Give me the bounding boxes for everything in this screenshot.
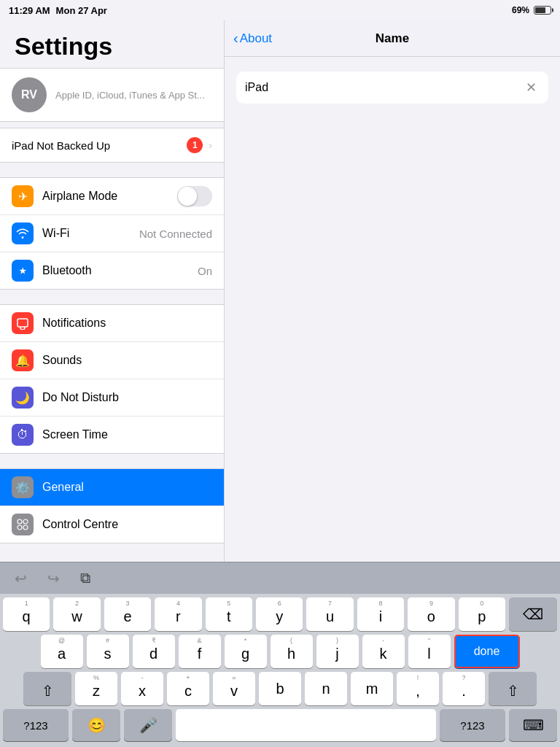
sidebar-item-sounds[interactable]: 🔔 Sounds xyxy=(0,342,224,379)
svg-point-3 xyxy=(18,525,22,530)
key-s[interactable]: # s xyxy=(87,635,129,668)
status-date: Mon 27 Apr xyxy=(56,5,107,16)
do-not-disturb-icon: 🌙 xyxy=(12,387,34,409)
sidebar-item-do-not-disturb[interactable]: 🌙 Do Not Disturb xyxy=(0,379,224,417)
key-i[interactable]: 8 i xyxy=(357,597,404,631)
key-u[interactable]: 7 u xyxy=(306,597,353,631)
wifi-value: Not Connected xyxy=(139,228,212,240)
backup-label: iPad Not Backed Up xyxy=(12,139,110,152)
general-label: General xyxy=(42,481,212,494)
airplane-mode-label: Airplane Mode xyxy=(42,190,177,203)
settings-group-general: ⚙️ General Control Centre xyxy=(0,468,224,543)
clear-button[interactable]: ✕ xyxy=(523,77,540,98)
svg-rect-0 xyxy=(18,319,28,327)
sidebar-item-general[interactable]: ⚙️ General xyxy=(0,469,224,506)
general-icon: ⚙️ xyxy=(12,476,34,498)
key-h[interactable]: ( h xyxy=(271,635,313,668)
right-content xyxy=(225,118,560,562)
svg-point-2 xyxy=(23,519,28,524)
key-j[interactable]: ) j xyxy=(316,635,359,668)
key-comma[interactable]: ! , xyxy=(397,672,439,705)
sidebar-item-screen-time[interactable]: ⏱ Screen Time xyxy=(0,417,224,453)
bluetooth-value: On xyxy=(198,265,212,277)
notifications-icon xyxy=(12,312,34,334)
battery-percent: 69% xyxy=(512,5,529,15)
svg-point-4 xyxy=(23,525,28,530)
key-n[interactable]: n xyxy=(305,672,347,705)
sidebar-title: Settings xyxy=(0,20,224,68)
sounds-label: Sounds xyxy=(42,354,212,367)
key-o[interactable]: 9 o xyxy=(408,597,454,631)
status-time: 11:29 AM xyxy=(9,5,50,16)
profile-row[interactable]: RV Apple ID, iCloud, iTunes & App St... xyxy=(0,68,224,122)
key-x[interactable]: - x xyxy=(121,672,163,705)
profile-subtitle: Apple ID, iCloud, iTunes & App St... xyxy=(55,90,205,101)
keyboard-bottom-row: ?123 😊 🎤 ?123 ⌨ xyxy=(0,705,560,747)
paste-button[interactable]: ⧉ xyxy=(77,567,93,589)
redo-button[interactable]: ↪ xyxy=(44,567,63,590)
bluetooth-icon: ⭒ xyxy=(12,260,34,282)
sidebar-item-bluetooth[interactable]: ⭒ Bluetooth On xyxy=(0,252,224,289)
num-switch-key-right[interactable]: ?123 xyxy=(440,709,505,741)
battery-icon xyxy=(534,6,551,15)
do-not-disturb-label: Do Not Disturb xyxy=(42,391,212,404)
back-button[interactable]: ‹ About xyxy=(233,30,272,47)
key-c[interactable]: + c xyxy=(167,672,209,705)
num-switch-key[interactable]: ?123 xyxy=(3,709,69,741)
sidebar-item-control-centre[interactable]: Control Centre xyxy=(0,506,224,543)
keyboard-toolbar: ↩ ↪ ⧉ xyxy=(0,562,560,594)
key-f[interactable]: & f xyxy=(179,635,221,668)
key-m[interactable]: m xyxy=(351,672,393,705)
done-key[interactable]: done xyxy=(454,635,520,668)
key-b[interactable]: b xyxy=(259,672,301,705)
keyboard-row-2: @ a # s ₹ d & f * g ( h ) j - k xyxy=(0,631,560,668)
key-k[interactable]: - k xyxy=(362,635,405,668)
sidebar-item-wifi[interactable]: Wi-Fi Not Connected xyxy=(0,215,224,252)
delete-key[interactable]: ⌫ xyxy=(509,597,557,631)
status-bar: 11:29 AM Mon 27 Apr 69% xyxy=(0,0,560,20)
key-t[interactable]: 5 t xyxy=(206,597,252,631)
left-shift-key[interactable]: ⇧ xyxy=(23,672,71,705)
key-z[interactable]: % z xyxy=(75,672,117,705)
name-input-container: ✕ xyxy=(236,71,548,104)
backup-right: 1 › xyxy=(187,137,212,153)
key-e[interactable]: 3 e xyxy=(104,597,151,631)
key-y[interactable]: 6 y xyxy=(256,597,303,631)
undo-button[interactable]: ↩ xyxy=(12,567,30,590)
key-a[interactable]: @ a xyxy=(41,635,83,668)
key-w[interactable]: 2 w xyxy=(53,597,100,631)
space-key[interactable] xyxy=(176,709,436,741)
key-d[interactable]: ₹ d xyxy=(133,635,175,668)
name-input[interactable] xyxy=(245,81,523,94)
wifi-label: Wi-Fi xyxy=(42,227,139,240)
key-period[interactable]: ? . xyxy=(443,672,485,705)
bluetooth-label: Bluetooth xyxy=(42,264,198,277)
backup-badge: 1 xyxy=(187,137,203,153)
wifi-icon xyxy=(12,222,34,244)
backup-row[interactable]: iPad Not Backed Up 1 › xyxy=(0,128,224,163)
back-chevron-icon: ‹ xyxy=(233,30,238,47)
airplane-toggle[interactable] xyxy=(177,186,212,206)
right-header: ‹ About Name xyxy=(225,20,560,57)
mic-key[interactable]: 🎤 xyxy=(124,709,172,741)
settings-group-connectivity: ✈ Airplane Mode Wi-Fi Not Connected xyxy=(0,177,224,290)
settings-group-notifications: Notifications 🔔 Sounds 🌙 Do Not Disturb … xyxy=(0,304,224,454)
key-g[interactable]: * g xyxy=(225,635,267,668)
sidebar-item-notifications[interactable]: Notifications xyxy=(0,305,224,342)
control-centre-label: Control Centre xyxy=(42,518,212,531)
right-panel: ‹ About Name ✕ xyxy=(225,20,560,562)
keyboard: 1 q 2 w 3 e 4 r 5 t 6 y 7 u 8 i xyxy=(0,594,560,747)
sidebar-item-airplane-mode[interactable]: ✈ Airplane Mode xyxy=(0,178,224,215)
control-centre-icon xyxy=(12,514,34,535)
emoji-key[interactable]: 😊 xyxy=(72,709,120,741)
right-shift-key[interactable]: ⇧ xyxy=(489,672,537,705)
keyboard-switcher-key[interactable]: ⌨ xyxy=(509,709,557,741)
key-l[interactable]: " l xyxy=(408,635,451,668)
key-r[interactable]: 4 r xyxy=(155,597,201,631)
key-p[interactable]: 0 p xyxy=(459,597,505,631)
chevron-right-icon: › xyxy=(209,139,212,151)
key-q[interactable]: 1 q xyxy=(3,597,50,631)
keyboard-row-3: ⇧ % z - x + c = v b n m ! , xyxy=(0,668,560,705)
key-v[interactable]: = v xyxy=(213,672,255,705)
back-label: About xyxy=(240,31,272,46)
